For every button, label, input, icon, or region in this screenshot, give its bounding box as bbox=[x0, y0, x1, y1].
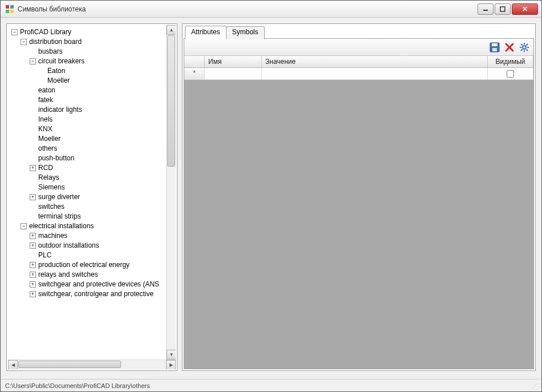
new-row-marker: * bbox=[184, 68, 205, 79]
tab-label: Attributes bbox=[191, 28, 220, 36]
splitter: −ProfiCAD Library −distribution board bu… bbox=[6, 23, 536, 371]
tab-symbols[interactable]: Symbols bbox=[226, 26, 265, 39]
tree-node-plc[interactable]: PLC bbox=[30, 250, 175, 260]
tree-node-distribution-board[interactable]: −distribution board bbox=[21, 37, 175, 47]
grid-cell-visible[interactable] bbox=[488, 68, 533, 79]
expand-icon[interactable]: + bbox=[30, 233, 36, 239]
tree-node-root[interactable]: −ProfiCAD Library bbox=[11, 27, 175, 37]
grid-header-value[interactable]: Значение bbox=[262, 56, 488, 67]
tree-label: Moeller bbox=[38, 134, 60, 144]
tree-node-indicator-lights[interactable]: indicator lights bbox=[30, 105, 175, 115]
tab-attributes[interactable]: Attributes bbox=[185, 26, 226, 39]
tree-label: terminal strips bbox=[38, 212, 81, 221]
expand-icon[interactable]: + bbox=[30, 281, 36, 288]
svg-line-17 bbox=[527, 49, 528, 51]
tree-label: Moeller bbox=[47, 76, 70, 86]
tree-label: Siemens bbox=[38, 183, 65, 192]
tree-node-relays[interactable]: Relays bbox=[30, 173, 175, 183]
collapse-icon[interactable]: − bbox=[30, 58, 36, 64]
tree-node-inels[interactable]: Inels bbox=[30, 115, 175, 124]
tree-label: surge diverter bbox=[38, 192, 80, 202]
expand-icon[interactable]: + bbox=[30, 194, 36, 200]
collapse-icon[interactable]: − bbox=[11, 29, 18, 35]
expand-icon[interactable]: + bbox=[30, 165, 36, 171]
tree-node-eaton-cb[interactable]: Eaton bbox=[39, 66, 175, 76]
tree-vertical-scrollbar[interactable]: ▲ ▼ bbox=[166, 25, 176, 359]
tree-label: outdoor installations bbox=[38, 241, 99, 250]
maximize-button[interactable] bbox=[495, 3, 511, 15]
library-tree[interactable]: −ProfiCAD Library −distribution board bu… bbox=[8, 25, 176, 301]
tree-label: machines bbox=[38, 231, 67, 241]
tree-label: production of electrical energy bbox=[38, 260, 130, 270]
tree-node-machines[interactable]: +machines bbox=[30, 231, 175, 241]
tree-node-moeller[interactable]: Moeller bbox=[30, 134, 175, 144]
grid-new-row[interactable]: * bbox=[184, 68, 533, 80]
tree-node-electrical-installations[interactable]: −electrical installations bbox=[21, 221, 175, 231]
svg-line-18 bbox=[527, 44, 528, 46]
collapse-icon[interactable]: − bbox=[21, 39, 27, 45]
expand-icon[interactable]: + bbox=[30, 243, 36, 249]
svg-rect-5 bbox=[500, 7, 505, 11]
scroll-left-icon[interactable]: ◀ bbox=[8, 360, 18, 369]
expand-icon[interactable]: + bbox=[30, 291, 36, 297]
expand-icon[interactable]: + bbox=[30, 262, 36, 268]
grid-cell-name[interactable] bbox=[205, 68, 262, 79]
tree-node-rcd[interactable]: +RCD bbox=[30, 163, 175, 173]
titlebar[interactable]: Символы библиотека ✕ bbox=[1, 1, 541, 18]
tree-node-surge-diverter[interactable]: +surge diverter bbox=[30, 192, 175, 202]
close-button[interactable]: ✕ bbox=[512, 3, 538, 15]
tree-label: relays and switches bbox=[38, 270, 98, 280]
resize-grip-icon[interactable]: ⋰ bbox=[532, 382, 537, 389]
scroll-down-icon[interactable]: ▼ bbox=[167, 350, 176, 359]
collapse-icon[interactable]: − bbox=[21, 223, 27, 229]
tree-node-busbars[interactable]: busbars bbox=[30, 47, 175, 56]
svg-rect-0 bbox=[6, 5, 9, 9]
delete-icon[interactable] bbox=[504, 42, 515, 53]
tree-label: switchgear, controlgear and protective bbox=[38, 289, 153, 299]
tree-node-relays-switches[interactable]: +relays and switches bbox=[30, 270, 175, 280]
attributes-toolbar bbox=[184, 39, 533, 56]
tree-node-fatek[interactable]: fatek bbox=[30, 95, 175, 105]
tree-node-moeller-cb[interactable]: Moeller bbox=[39, 76, 175, 86]
tree-label: eaton bbox=[38, 86, 55, 95]
tree-node-switchgear-ans[interactable]: +switchgear and protective devices (ANS bbox=[30, 280, 175, 289]
tree-node-terminal-strips[interactable]: terminal strips bbox=[30, 212, 175, 221]
scroll-right-icon[interactable]: ▶ bbox=[166, 360, 176, 369]
tab-label: Symbols bbox=[232, 28, 258, 36]
tree-node-switchgear-ctrl[interactable]: +switchgear, controlgear and protective bbox=[30, 289, 175, 299]
tree-label: switches bbox=[38, 202, 64, 212]
grid-body-empty bbox=[184, 80, 533, 369]
scroll-up-icon[interactable]: ▲ bbox=[167, 25, 176, 35]
grid-header: Имя Значение Видимый bbox=[184, 56, 533, 68]
tree-node-siemens[interactable]: Siemens bbox=[30, 183, 175, 192]
tree-label: PLC bbox=[38, 250, 51, 260]
tree-node-switches[interactable]: switches bbox=[30, 202, 175, 212]
tree-label: ProfiCAD Library bbox=[20, 27, 71, 37]
scroll-thumb[interactable] bbox=[167, 35, 175, 167]
gear-icon[interactable] bbox=[519, 42, 530, 53]
tab-strip: Attributes Symbols bbox=[183, 25, 535, 38]
tree-node-outdoor-installations[interactable]: +outdoor installations bbox=[30, 241, 175, 250]
tree-horizontal-scrollbar[interactable]: ◀ ▶ bbox=[8, 359, 176, 369]
tree-node-others[interactable]: others bbox=[30, 144, 175, 153]
grid-header-visible[interactable]: Видимый bbox=[488, 56, 533, 67]
svg-line-19 bbox=[521, 49, 523, 51]
visible-checkbox[interactable] bbox=[507, 70, 514, 78]
grid-cell-value[interactable] bbox=[262, 68, 488, 79]
tree-node-prod-energy[interactable]: +production of electrical energy bbox=[30, 260, 175, 270]
tree-node-knx[interactable]: KNX bbox=[30, 124, 175, 134]
expand-icon[interactable]: + bbox=[30, 272, 36, 278]
scroll-thumb[interactable] bbox=[18, 361, 121, 368]
grid-row-selector-header[interactable] bbox=[184, 56, 205, 67]
tree-node-push-button[interactable]: push-button bbox=[30, 153, 175, 163]
svg-rect-2 bbox=[6, 10, 9, 13]
tree-node-circuit-breakers[interactable]: −circuit breakers bbox=[30, 56, 175, 66]
save-icon[interactable] bbox=[489, 42, 500, 53]
window-controls: ✕ bbox=[478, 3, 538, 15]
grid-header-name[interactable]: Имя bbox=[205, 56, 262, 67]
tree-node-eaton[interactable]: eaton bbox=[30, 86, 175, 95]
window: Символы библиотека ✕ −ProfiCAD Library bbox=[0, 0, 542, 392]
tree-label: push-button bbox=[38, 153, 74, 163]
minimize-button[interactable] bbox=[478, 3, 494, 15]
tree-label: others bbox=[38, 144, 57, 153]
